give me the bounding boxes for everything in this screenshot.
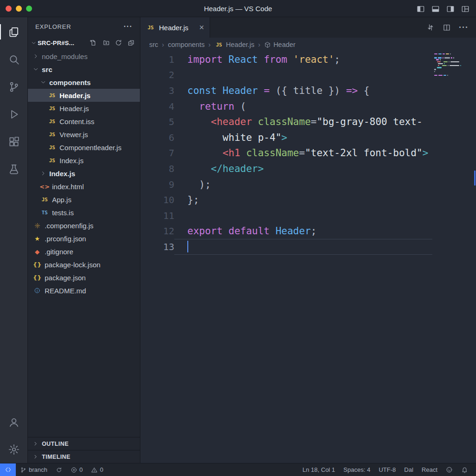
code-line-8[interactable]: 8 </header>	[140, 161, 476, 177]
toolbar-ellipsis-button[interactable]: ···	[459, 23, 469, 32]
code-line-12[interactable]: 12export default Header;	[140, 224, 476, 239]
tree-item-readme-md[interactable]: README.md	[28, 284, 140, 297]
action-refresh-button[interactable]	[115, 39, 122, 46]
tree-item-header-js[interactable]: JSHeader.js	[28, 102, 140, 115]
line-content: const Header = ({ title }) => {	[174, 83, 370, 99]
status-sync[interactable]	[52, 463, 66, 476]
status-encoding[interactable]: UTF-8	[375, 463, 400, 476]
explorer-menu-button[interactable]: ···	[124, 22, 132, 31]
window-minimize-button[interactable]	[16, 6, 22, 12]
activity-run-debug[interactable]	[0, 100, 27, 128]
breadcrumb-item[interactable]: JSHeader.js	[214, 41, 254, 48]
file-icon-js: JS	[47, 132, 57, 138]
titlebar-panel-right-button[interactable]	[446, 5, 455, 13]
file-icon-readme	[33, 287, 42, 294]
activity-source-control[interactable]	[0, 73, 27, 100]
breadcrumb: src›components›JSHeader.js›Header	[140, 38, 476, 52]
breadcrumb-item[interactable]: components	[168, 41, 205, 48]
titlebar-panel-left-button[interactable]	[416, 5, 425, 13]
status-feedback[interactable]	[442, 463, 457, 476]
tab-header-js[interactable]: JS Header.js ×	[140, 17, 210, 38]
activity-testing[interactable]	[0, 155, 27, 183]
code-line-13[interactable]: 13	[140, 239, 476, 255]
explorer-actions	[90, 39, 135, 46]
status-errors[interactable]: 0	[66, 463, 87, 476]
tree-item-header-js[interactable]: JSHeader.js	[28, 89, 140, 102]
status-notifications[interactable]	[457, 463, 472, 476]
status-warnings[interactable]: 0	[87, 463, 107, 476]
breadcrumb-separator: ›	[258, 41, 260, 48]
explorer-section-header[interactable]: SRC-PR#S...	[28, 36, 140, 50]
tree-item--componenfig-js[interactable]: .componenfig.js	[28, 219, 140, 232]
window-zoom-button[interactable]	[26, 6, 32, 12]
line-content: import React from 'react';	[174, 52, 340, 67]
activity-search[interactable]	[0, 46, 27, 73]
code-line-9[interactable]: 9 );	[140, 177, 476, 192]
chev-right-icon	[33, 454, 39, 460]
activity-extensions[interactable]	[0, 128, 27, 155]
status-cursor-position[interactable]: Ln 18, Col 1	[298, 463, 339, 476]
sidebar-bottom-panels: OUTLINETIMELINE	[28, 437, 140, 463]
breadcrumb-item[interactable]: src	[149, 41, 158, 48]
toolbar-split-button[interactable]	[443, 23, 451, 32]
line-number: 12	[140, 224, 174, 239]
code-line-6[interactable]: 6 white p-4">	[140, 130, 476, 145]
chev-down-icon	[31, 40, 37, 46]
chev-down-icon	[40, 79, 46, 86]
tree-item-tests-is[interactable]: TStests.is	[28, 206, 140, 219]
breadcrumb-item[interactable]: Header	[264, 41, 296, 48]
tree-item-index-js[interactable]: Index.js	[28, 167, 140, 180]
tree-item-componentleader-js[interactable]: JSComponentleader.js	[28, 141, 140, 154]
code-line-2[interactable]: 2	[140, 67, 476, 83]
titlebar-panel-bottom-button[interactable]	[431, 5, 440, 13]
activity-spacer	[0, 183, 27, 408]
line-number: 9	[140, 177, 174, 192]
status-git-branch[interactable]: branch	[16, 463, 52, 476]
tree-item-index-html[interactable]: <>index.html	[28, 180, 140, 193]
tree-item-node-modules[interactable]: node_modules	[28, 50, 140, 63]
activity-explorer[interactable]	[0, 18, 27, 46]
status-indentation[interactable]: Spaces: 4	[339, 463, 375, 476]
section-chevron-icon	[31, 40, 37, 46]
code-line-11[interactable]: 11	[140, 208, 476, 224]
action-new-file-button[interactable]	[90, 39, 97, 46]
tree-item-components[interactable]: components	[28, 76, 140, 89]
code-line-4[interactable]: 4 return (	[140, 99, 476, 114]
js-file-icon: JS	[146, 25, 155, 31]
status-language-mode[interactable]: React	[417, 463, 442, 476]
tree-item--gitignore[interactable]: ◆.gitignore	[28, 245, 140, 258]
window-close-button[interactable]	[6, 6, 12, 12]
code-line-1[interactable]: 1import React from 'react';	[140, 52, 476, 67]
tab-close-icon[interactable]: ×	[199, 23, 204, 32]
file-icon-braces: {}	[33, 261, 42, 268]
vscode-window: Header.js — VS Code EXPLORER ··· SRC-PR#…	[0, 0, 476, 476]
action-collapse-all-button[interactable]	[127, 39, 135, 46]
code-line-5[interactable]: 5 <header className="bg-gray-800 text-	[140, 114, 476, 130]
remote-indicator[interactable]	[0, 463, 16, 476]
minimap[interactable]	[434, 53, 471, 78]
titlebar-layout-icons	[416, 0, 469, 17]
tree-item-package-lock-json[interactable]: {}package-lock.json	[28, 258, 140, 271]
panel-timeline[interactable]: TIMELINE	[28, 450, 140, 463]
code-line-3[interactable]: 3const Header = ({ title }) => {	[140, 83, 476, 99]
activity-accounts[interactable]	[0, 408, 27, 436]
tree-item-content-iss[interactable]: JSContent.iss	[28, 115, 140, 128]
activity-settings[interactable]	[0, 436, 27, 463]
titlebar-layout-customize-button[interactable]	[461, 5, 469, 13]
action-new-folder-button[interactable]	[102, 39, 110, 46]
tree-item-app-js[interactable]: JSApp.js	[28, 193, 140, 206]
status-eol[interactable]: Dal	[400, 463, 418, 476]
code-line-10[interactable]: 10};	[140, 192, 476, 208]
tree-item-package-json[interactable]: {}package.json	[28, 271, 140, 284]
tree-item-src[interactable]: src	[28, 63, 140, 76]
code-line-7[interactable]: 7 <h1 className="text-2xl font-bold">	[140, 145, 476, 161]
chev-down-icon	[33, 66, 39, 73]
js-file-icon: JS	[214, 42, 224, 48]
tree-item-vrewer-js[interactable]: JSVrewer.js	[28, 128, 140, 141]
code-area[interactable]: 1import React from 'react';23const Heade…	[140, 52, 476, 463]
new-file-icon	[90, 39, 97, 46]
tree-item--prconfig-json[interactable]: ★.prconfig.json	[28, 232, 140, 245]
toolbar-compare-button[interactable]	[426, 23, 435, 32]
tree-item-index-js[interactable]: JSIndex.js	[28, 154, 140, 167]
panel-outline[interactable]: OUTLINE	[28, 437, 140, 450]
